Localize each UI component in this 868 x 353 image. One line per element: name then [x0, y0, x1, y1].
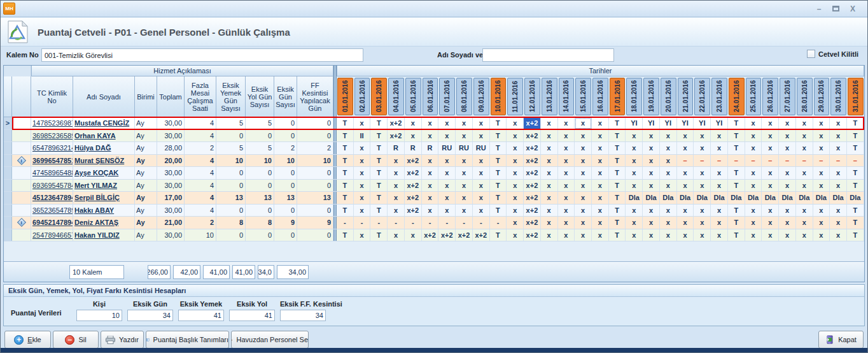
date-cell[interactable]: x: [711, 229, 728, 241]
date-cell[interactable]: x+2: [524, 167, 541, 179]
date-cell[interactable]: x: [762, 180, 779, 192]
date-cell[interactable]: –: [847, 155, 864, 167]
date-cell[interactable]: T: [847, 117, 864, 129]
ff-kesintisi-cell[interactable]: 13: [297, 192, 333, 204]
date-cell[interactable]: x: [388, 205, 405, 217]
eksik-yol-cell[interactable]: 5: [246, 117, 274, 129]
table-row[interactable]: >14785236987Mustafa CENGİZAy30,0045500Tx…: [4, 117, 864, 130]
date-cell[interactable]: x: [422, 180, 439, 192]
date-cell[interactable]: T: [337, 180, 354, 192]
date-cell[interactable]: x: [711, 217, 728, 229]
yazdir-button[interactable]: Yazdır: [101, 331, 144, 349]
date-cell[interactable]: x: [779, 117, 796, 129]
eksik-gun-cell[interactable]: 0: [274, 205, 297, 217]
date-cell[interactable]: x: [575, 117, 592, 129]
date-cell[interactable]: x+2: [524, 180, 541, 192]
tc-kimlik-cell[interactable]: 36523654789: [31, 205, 73, 217]
date-cell[interactable]: x: [592, 130, 609, 142]
kapat-button[interactable]: Kapat: [818, 331, 864, 349]
date-cell[interactable]: x: [796, 167, 813, 179]
date-cell[interactable]: x: [405, 229, 422, 241]
date-cell[interactable]: T: [490, 180, 507, 192]
date-cell[interactable]: x: [473, 180, 490, 192]
date-cell[interactable]: x: [762, 167, 779, 179]
date-cell[interactable]: x: [694, 142, 711, 154]
date-cell[interactable]: x: [592, 167, 609, 179]
eksik-gun-cell[interactable]: 13: [274, 192, 297, 204]
date-cell[interactable]: T: [490, 167, 507, 179]
date-cell[interactable]: x: [677, 205, 694, 217]
date-cell[interactable]: Dla: [643, 192, 660, 204]
row-selector-cell[interactable]: [4, 192, 12, 204]
date-cell[interactable]: x: [507, 155, 524, 167]
date-column-header[interactable]: 07.01.2016: [438, 76, 456, 117]
date-cell[interactable]: Dla: [796, 192, 813, 204]
date-cell[interactable]: x: [762, 142, 779, 154]
date-cell[interactable]: x: [388, 192, 405, 204]
date-cell[interactable]: x: [507, 229, 524, 241]
date-cell[interactable]: –: [796, 155, 813, 167]
maximize-button[interactable]: [832, 6, 839, 11]
date-column-header[interactable]: 14.01.2016: [558, 76, 575, 117]
date-cell[interactable]: x: [796, 229, 813, 241]
date-cell[interactable]: x+2: [422, 229, 439, 241]
date-cell[interactable]: x: [830, 130, 847, 142]
date-cell[interactable]: x: [456, 155, 473, 167]
date-cell[interactable]: x: [643, 180, 660, 192]
date-cell[interactable]: x: [813, 180, 830, 192]
date-cell[interactable]: x: [473, 155, 490, 167]
adi-soyadi-cell[interactable]: Mustafa CENGİZ: [73, 117, 135, 129]
date-cell[interactable]: x: [660, 142, 677, 154]
ff-kesintisi-cell[interactable]: 0: [297, 130, 333, 142]
date-cell[interactable]: x: [830, 217, 847, 229]
date-cell[interactable]: x: [438, 130, 456, 142]
date-cell[interactable]: x: [813, 205, 830, 217]
eksik-yemek-cell[interactable]: 0: [216, 205, 246, 217]
date-cell[interactable]: T: [337, 192, 354, 204]
date-cell[interactable]: Dla: [694, 192, 711, 204]
date-column-header[interactable]: 08.01.2016: [456, 76, 473, 117]
date-cell[interactable]: x: [473, 192, 490, 204]
date-cell[interactable]: –: [694, 155, 711, 167]
date-cell[interactable]: x: [796, 117, 813, 129]
date-cell[interactable]: x+2: [388, 117, 405, 129]
date-cell[interactable]: x: [541, 180, 558, 192]
table-row[interactable]: i36996547851Murat ŞENSÖZAy20,00410101010…: [4, 155, 864, 168]
tc-kimlik-cell[interactable]: 47458965488: [31, 167, 73, 179]
date-cell[interactable]: T: [847, 205, 864, 217]
date-cell[interactable]: x+2: [524, 117, 541, 129]
birimi-cell[interactable]: Ay: [135, 229, 157, 241]
birimi-cell[interactable]: Ay: [135, 217, 157, 229]
tc-kimlik-cell[interactable]: 25478946657: [31, 229, 73, 241]
date-cell[interactable]: x: [592, 217, 609, 229]
date-cell[interactable]: x+2: [473, 229, 490, 241]
fazla-mesai-cell[interactable]: 4: [185, 155, 216, 167]
date-cell[interactable]: -: [456, 217, 473, 229]
date-column-header[interactable]: 05.01.2016: [405, 76, 422, 117]
date-cell[interactable]: x: [694, 229, 711, 241]
date-cell[interactable]: Dla: [728, 192, 745, 204]
date-cell[interactable]: x: [592, 180, 609, 192]
toplam-cell[interactable]: 28,00: [157, 142, 185, 154]
date-cell[interactable]: x: [643, 142, 660, 154]
date-cell[interactable]: x: [830, 229, 847, 241]
date-cell[interactable]: –: [728, 155, 745, 167]
date-cell[interactable]: x+2: [456, 229, 473, 241]
eksik-yol-cell[interactable]: 13: [246, 192, 274, 204]
date-cell[interactable]: x: [558, 217, 575, 229]
date-cell[interactable]: YI: [660, 117, 677, 129]
toplam-cell[interactable]: 21,00: [157, 217, 185, 229]
eksik-yol-cell[interactable]: 0: [246, 130, 274, 142]
date-cell[interactable]: x: [541, 142, 558, 154]
date-cell[interactable]: x: [592, 155, 609, 167]
birimi-cell[interactable]: Ay: [135, 117, 157, 129]
date-column-header[interactable]: 16.01.2016: [592, 76, 609, 117]
tc-kimlik-cell[interactable]: 36996547851: [31, 155, 73, 167]
date-column-header[interactable]: 27.01.2016: [779, 76, 796, 117]
search-input[interactable]: [482, 48, 614, 62]
date-cell[interactable]: x: [388, 180, 405, 192]
date-cell[interactable]: T: [337, 130, 354, 142]
column-header[interactable]: Toplam: [157, 76, 185, 117]
date-cell[interactable]: x: [456, 167, 473, 179]
date-column-header[interactable]: 21.01.2016: [677, 76, 694, 117]
